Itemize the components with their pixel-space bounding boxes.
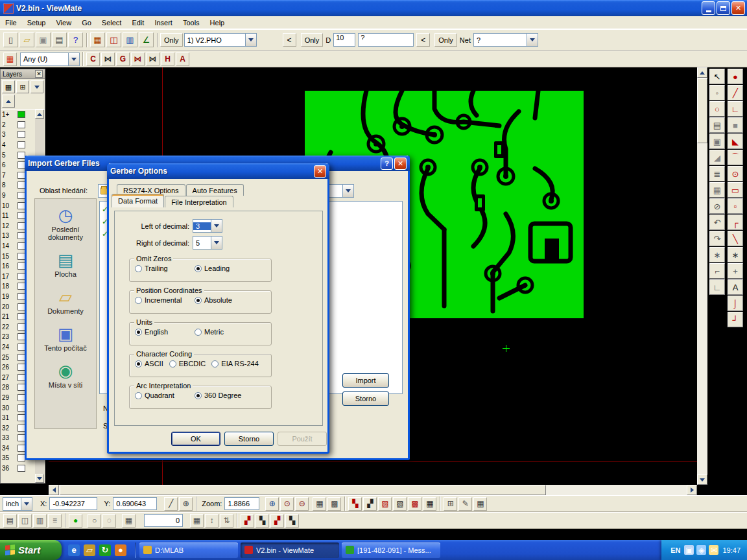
radio-option[interactable]: ASCII bbox=[135, 360, 163, 368]
desktop[interactable]: ▤ Plocha bbox=[36, 251, 95, 278]
lasso2-icon[interactable]: ◌ bbox=[102, 514, 116, 528]
menu-item[interactable]: Go bbox=[77, 18, 97, 28]
cells4-icon[interactable]: ≡ bbox=[48, 514, 62, 528]
gerber-close-button[interactable]: ✕ bbox=[314, 165, 326, 178]
circle-aperture-button[interactable]: C bbox=[86, 52, 100, 66]
task-button[interactable]: V2.bin - ViewMate bbox=[241, 542, 339, 558]
pattern1-icon[interactable]: ▚ bbox=[348, 497, 362, 511]
probe-tool-icon[interactable]: + bbox=[728, 263, 743, 279]
bend-tool-icon[interactable]: ┘ bbox=[728, 312, 743, 327]
tray-app2-icon[interactable]: ✉ bbox=[709, 545, 718, 555]
menu-item[interactable]: Tools bbox=[178, 18, 205, 28]
dim-tool-icon[interactable]: ⌡ bbox=[728, 296, 743, 311]
documents[interactable]: ▱ Dokumenty bbox=[36, 288, 95, 315]
pattern5-icon[interactable]: ▩ bbox=[408, 497, 421, 511]
layer-combo-arrow[interactable] bbox=[245, 34, 256, 46]
cells3-icon[interactable]: ▥ bbox=[33, 514, 47, 528]
snap-grid-icon[interactable]: ▦ bbox=[190, 514, 204, 528]
rotate-left-icon[interactable]: ↶ bbox=[709, 215, 725, 230]
tab[interactable]: Auto Features bbox=[186, 184, 244, 196]
import-button[interactable]: Import bbox=[342, 373, 389, 388]
ie-quicklaunch-icon[interactable]: e bbox=[68, 544, 80, 556]
draw-small-rect-icon[interactable]: ▫ bbox=[728, 198, 743, 214]
radio-option[interactable]: 360 Degree bbox=[195, 391, 254, 399]
save-icon[interactable]: ▣ bbox=[36, 32, 51, 47]
scroll-down-icon[interactable] bbox=[697, 474, 707, 485]
sketch-icon[interactable]: ✎ bbox=[458, 497, 472, 511]
hatch-icon[interactable]: ▦ bbox=[709, 182, 725, 198]
draw-rect-icon[interactable]: ▭ bbox=[728, 182, 743, 198]
menu-item[interactable]: View bbox=[51, 18, 77, 28]
folder-quicklaunch-icon[interactable]: ▱ bbox=[84, 544, 95, 556]
gerber-cancel-button[interactable]: Storno bbox=[224, 432, 274, 446]
null-select-icon[interactable]: ⊘ bbox=[709, 198, 725, 214]
apply-button[interactable]: Použít bbox=[278, 432, 327, 446]
net-combo-arrow[interactable] bbox=[527, 34, 538, 46]
scroll-left-icon[interactable] bbox=[49, 485, 59, 495]
horizontal-scrollbar[interactable] bbox=[49, 485, 697, 495]
draw-trace-icon[interactable]: ╱ bbox=[728, 85, 743, 100]
import-close-button[interactable]: ✕ bbox=[394, 158, 407, 170]
g-aperture-button[interactable]: G bbox=[116, 52, 130, 66]
layer-swatch[interactable] bbox=[18, 121, 25, 128]
clock[interactable]: 19:47 bbox=[722, 546, 741, 554]
bowtie-aperture-button[interactable]: ⋈ bbox=[101, 52, 115, 66]
cells2-icon[interactable]: ◫ bbox=[18, 514, 32, 528]
only-dcode-toggle[interactable]: Only bbox=[301, 33, 324, 47]
zoom-select-icon[interactable]: ⊙ bbox=[280, 497, 294, 511]
menu-item[interactable]: Select bbox=[97, 18, 127, 28]
left-of-decimal-arrow[interactable] bbox=[211, 220, 222, 232]
aperture-filter-arrow[interactable] bbox=[68, 53, 79, 65]
refresh-quicklaunch-icon[interactable]: ↻ bbox=[99, 544, 111, 556]
layers-scroll-up-icon[interactable] bbox=[35, 110, 44, 119]
origin-target-icon[interactable]: ⊕ bbox=[179, 497, 193, 511]
layers-grid-button[interactable]: ▦ bbox=[2, 80, 15, 93]
text-tool-icon[interactable]: A bbox=[728, 279, 743, 295]
measure-diagonal-icon[interactable]: ╱ bbox=[164, 497, 178, 511]
dcode-list-icon[interactable]: ◫ bbox=[106, 32, 121, 47]
vertical-scroll-thumb[interactable] bbox=[697, 78, 707, 143]
layers-panel-header[interactable]: Layers ✕ bbox=[1, 69, 45, 79]
browser-quicklaunch-icon[interactable]: ● bbox=[115, 544, 126, 556]
zoom-out-icon[interactable]: ⊖ bbox=[295, 497, 309, 511]
padmode4-icon[interactable]: ▚ bbox=[285, 514, 299, 528]
layers-move-down-button[interactable] bbox=[30, 80, 43, 93]
aperture-filter-combo[interactable]: Any (U) bbox=[20, 52, 80, 66]
units-combo[interactable]: inch bbox=[3, 497, 32, 511]
grid-view-icon[interactable]: ▦ bbox=[313, 497, 326, 511]
menu-item[interactable]: Insert bbox=[149, 18, 178, 28]
layer-rows-icon[interactable]: ▤ bbox=[709, 117, 725, 133]
draw-pad-icon[interactable]: ● bbox=[728, 69, 743, 84]
dcode-prev-button[interactable]: < bbox=[416, 33, 430, 47]
layer-swatch[interactable] bbox=[18, 465, 25, 472]
grid-small-icon[interactable]: ▦ bbox=[473, 497, 487, 511]
layer-combo[interactable]: 1) V2.PHO bbox=[184, 33, 257, 47]
cells1-icon[interactable]: ▤ bbox=[3, 514, 17, 528]
draw-angle-icon[interactable]: ∟ bbox=[728, 101, 743, 117]
layer-swatch[interactable] bbox=[18, 111, 25, 118]
filled-shape-icon[interactable]: ▣ bbox=[709, 134, 725, 149]
network[interactable]: ◉ Místa v síti bbox=[36, 362, 95, 389]
dcode-input[interactable]: 10 bbox=[333, 33, 355, 47]
bowtie2-aperture-button[interactable]: ⋈ bbox=[131, 52, 145, 66]
lasso1-icon[interactable]: ○ bbox=[88, 514, 101, 528]
radio-option[interactable]: Incremental bbox=[135, 296, 195, 304]
tab[interactable]: File Interpretation bbox=[165, 196, 233, 207]
a-aperture-button[interactable]: A bbox=[176, 52, 189, 66]
ok-button[interactable]: OK bbox=[171, 432, 220, 446]
measure-icon[interactable]: ∠ bbox=[139, 32, 154, 47]
padmode3-icon[interactable]: ▞ bbox=[270, 514, 284, 528]
menu-item[interactable]: Setup bbox=[22, 18, 51, 28]
tab[interactable]: Data Format bbox=[112, 194, 164, 207]
context-help-icon[interactable]: ? bbox=[68, 32, 83, 47]
asterisk-tool-icon[interactable]: ∗ bbox=[709, 247, 725, 262]
radio-option[interactable]: Trailing bbox=[135, 264, 195, 272]
pattern4-icon[interactable]: ▧ bbox=[393, 497, 407, 511]
h-aperture-button[interactable]: H bbox=[161, 52, 174, 66]
aperture-grid-icon[interactable]: ▦ bbox=[3, 52, 17, 66]
minimize-button[interactable] bbox=[702, 1, 715, 15]
scroll-right-icon[interactable] bbox=[687, 485, 697, 495]
layers-close-icon[interactable]: ✕ bbox=[35, 70, 43, 78]
look-in-arrow[interactable] bbox=[342, 185, 353, 197]
my-computer[interactable]: ▣ Tento počítač bbox=[36, 325, 95, 352]
